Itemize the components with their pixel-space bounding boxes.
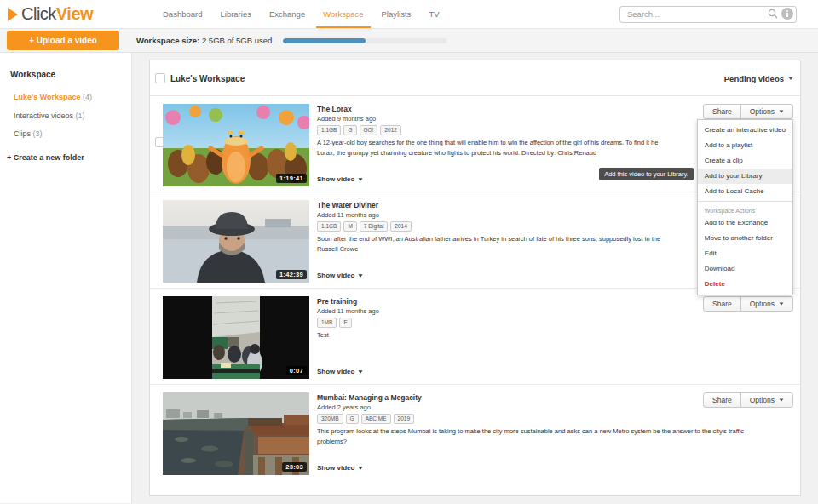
- video-description-line: This program looks at the steps Mumbai i…: [317, 427, 793, 437]
- options-button[interactable]: Options: [740, 296, 793, 312]
- menu-item-add-to-playlist[interactable]: Add to a playlist: [698, 138, 792, 153]
- options-button[interactable]: Options: [740, 392, 793, 408]
- video-actions: Share Options: [703, 392, 793, 408]
- size-badge: 1MB: [317, 318, 337, 328]
- storage-progress-bar: [283, 38, 447, 43]
- menu-item-add-to-library[interactable]: Add to your Library: [698, 169, 792, 184]
- video-row-pre-training: 0:07 Pre training Added 11 months ago 1M…: [150, 289, 800, 385]
- nav-item-playlists[interactable]: Playlists: [375, 0, 418, 28]
- logo-text-click: Click: [21, 4, 56, 24]
- top-navbar: Click View Dashboard Libraries Exchange …: [0, 0, 818, 29]
- chevron-down-icon: [788, 77, 793, 80]
- menu-item-download[interactable]: Download: [698, 261, 792, 277]
- pending-videos-dropdown[interactable]: Pending videos: [724, 74, 793, 83]
- select-all-checkbox[interactable]: [155, 73, 165, 83]
- workspace-size-label: Workspace size:: [136, 36, 199, 45]
- show-video-toggle[interactable]: Show video: [317, 464, 793, 472]
- chevron-down-icon: [359, 274, 363, 277]
- chevron-down-icon: [359, 467, 363, 469]
- clickview-logo[interactable]: Click View: [0, 0, 132, 28]
- add-to-library-tooltip: Add this video to your Library.: [599, 168, 694, 180]
- chevron-down-icon: [780, 110, 784, 112]
- video-thumbnail-mumbai-megacity[interactable]: 23:03: [163, 392, 309, 475]
- size-badge: 320MB: [317, 414, 343, 424]
- rating-badge: E: [339, 318, 351, 328]
- sidebar-item-clips[interactable]: Clips (3): [0, 125, 131, 144]
- video-actions: Share Options: [703, 296, 793, 312]
- menu-item-create-clip[interactable]: Create a clip: [698, 153, 792, 169]
- sidebar: Workspace Luke's Workspace (4) Interacti…: [0, 53, 132, 503]
- folder-count: (1): [76, 112, 85, 120]
- sidebar-item-lukes-workspace[interactable]: Luke's Workspace (4): [0, 89, 131, 107]
- menu-section-label: Workspace Actions: [698, 203, 792, 215]
- size-badge: 1.1GB: [317, 125, 341, 135]
- chevron-down-icon: [359, 370, 363, 373]
- workspace-card: Luke's Workspace Pending videos: [149, 60, 801, 496]
- menu-item-delete[interactable]: Delete: [698, 277, 792, 292]
- search-icon[interactable]: [768, 9, 778, 19]
- nav-item-libraries[interactable]: Libraries: [213, 0, 257, 28]
- video-thumbnail-the-water-diviner[interactable]: 1:42:39: [163, 200, 309, 283]
- main-area: Luke's Workspace Pending videos: [132, 53, 818, 503]
- nav-item-dashboard[interactable]: Dashboard: [156, 0, 209, 28]
- menu-item-add-to-exchange[interactable]: Add to the Exchange: [698, 215, 792, 231]
- menu-item-add-to-local-cache[interactable]: Add to Local Cache: [698, 184, 792, 199]
- chevron-down-icon: [359, 178, 363, 180]
- video-description-line: problems?: [317, 437, 793, 447]
- year-badge: 2012: [380, 125, 400, 135]
- video-row-mumbai-megacity: 23:03 Mumbai: Managing a Megacity Added …: [150, 385, 800, 480]
- video-actions: Share Options Create an interactive vide…: [703, 104, 793, 119]
- duration-badge: 0:07: [286, 366, 307, 375]
- rating-badge: G: [343, 125, 356, 135]
- video-badges: 1MB E: [317, 318, 793, 328]
- chevron-down-icon: [780, 302, 784, 305]
- share-button[interactable]: Share: [703, 392, 741, 408]
- sidebar-title: Workspace: [0, 70, 131, 79]
- year-badge: 2014: [390, 221, 411, 232]
- duration-badge: 23:03: [282, 462, 307, 472]
- upload-video-button[interactable]: + Upload a video: [7, 31, 119, 50]
- video-thumbnail-pre-training[interactable]: 0:07: [163, 296, 309, 379]
- video-thumbnail-the-lorax[interactable]: 1:19:41: [163, 104, 309, 186]
- rating-badge: M: [343, 221, 356, 232]
- channel-badge: GO!: [360, 125, 378, 135]
- card-header: Luke's Workspace Pending videos: [150, 60, 800, 96]
- rating-badge: G: [346, 414, 359, 424]
- chevron-down-icon: [780, 398, 784, 401]
- sidebar-item-interactive-videos[interactable]: Interactive videos (1): [0, 107, 131, 126]
- menu-item-create-interactive-video[interactable]: Create an interactive video: [698, 123, 792, 138]
- show-video-toggle[interactable]: Show video: [317, 368, 793, 375]
- nav-item-workspace[interactable]: Workspace: [316, 0, 370, 28]
- storage-progress-fill: [283, 38, 366, 43]
- channel-badge: ABC ME: [361, 414, 391, 424]
- main-nav: Dashboard Libraries Exchange Workspace P…: [156, 0, 446, 28]
- menu-item-edit[interactable]: Edit: [698, 246, 792, 261]
- year-badge: 2019: [394, 414, 414, 424]
- workspace-size-text: Workspace size: 2.5GB of 5GB used: [136, 36, 272, 45]
- menu-divider: [698, 201, 792, 202]
- duration-badge: 1:19:41: [276, 174, 307, 183]
- folder-count: (4): [83, 93, 92, 101]
- play-triangle-icon: [8, 8, 18, 21]
- workspace-size-bar: + Upload a video Workspace size: 2.5GB o…: [0, 29, 818, 53]
- share-button[interactable]: Share: [703, 296, 741, 312]
- menu-item-move-to-another-folder[interactable]: Move to another folder: [698, 231, 792, 246]
- create-folder-button[interactable]: + Create a new folder: [0, 153, 131, 162]
- nav-item-tv[interactable]: TV: [422, 0, 446, 28]
- logo-text-view: View: [56, 4, 93, 24]
- duration-badge: 1:42:39: [276, 270, 307, 279]
- size-badge: 1.1GB: [317, 221, 341, 232]
- options-dropdown-menu: Create an interactive video Add to a pla…: [697, 119, 793, 295]
- workspace-size-value: 2.5GB of 5GB used: [202, 36, 272, 45]
- channel-badge: 7 Digital: [360, 221, 388, 232]
- page-title: Luke's Workspace: [170, 74, 245, 83]
- folder-count: (3): [33, 129, 43, 138]
- search-box: [619, 5, 797, 23]
- share-button[interactable]: Share: [703, 104, 741, 119]
- video-description-line: Test: [317, 330, 793, 341]
- options-button[interactable]: Options: [740, 104, 793, 119]
- nav-item-exchange[interactable]: Exchange: [262, 0, 312, 28]
- video-badges: 320MB G ABC ME 2019: [317, 414, 793, 424]
- video-row-the-lorax: 1:19:41 The Lorax Added 9 months ago 1.1…: [150, 96, 800, 192]
